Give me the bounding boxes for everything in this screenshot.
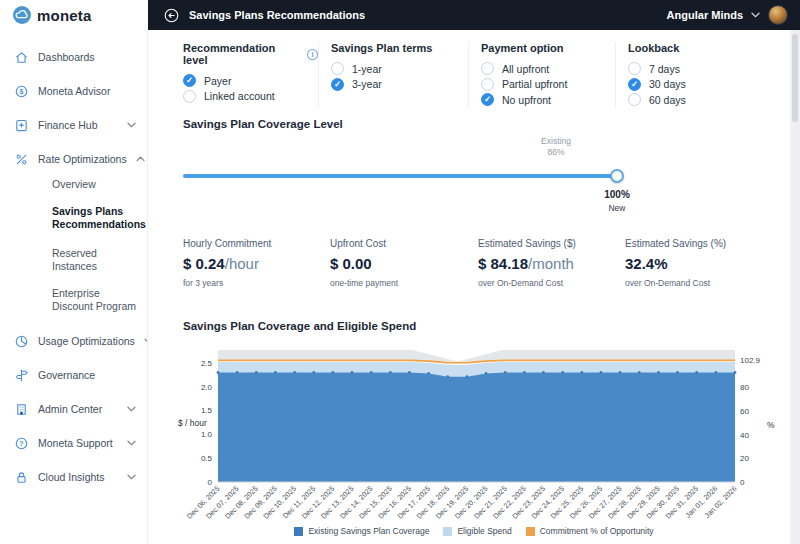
coverage-slider[interactable] [183, 169, 617, 183]
metric-value-number: $ 0.24 [183, 255, 225, 272]
radio-option-60-days[interactable]: 60 days [628, 92, 756, 108]
metric-value-suffix: /month [528, 255, 574, 272]
sidebar-item-cloud-insights[interactable]: Cloud Insights [0, 460, 147, 494]
svg-text:1.0: 1.0 [201, 430, 213, 439]
coverage-section-title: Savings Plan Coverage Level [183, 118, 343, 130]
sidebar-item-moneta-advisor[interactable]: $Moneta Advisor [0, 74, 147, 108]
metric-label: Estimated Savings ($) [478, 238, 625, 249]
sidebar-item-finance-hub[interactable]: Finance Hub [0, 108, 147, 142]
sidebar-subnav: OverviewSavings Plans RecommendationsRes… [0, 178, 147, 324]
existing-value: 86% [526, 147, 586, 158]
page-title: Savings Plans Recommendations [189, 9, 365, 21]
legend-label: Eligible Spend [457, 526, 511, 536]
user-avatar[interactable] [768, 5, 788, 25]
radio-option-3-year[interactable]: 3-year [331, 77, 468, 93]
filter-group-label: Payment option [481, 42, 564, 54]
sidebar-subitem-reserved-instances[interactable]: Reserved Instances [52, 247, 141, 273]
radio-unchecked-icon[interactable] [481, 62, 494, 75]
radio-option-30-days[interactable]: 30 days [628, 77, 756, 93]
sidebar-item-usage-optimizations[interactable]: Usage Optimizations [0, 324, 147, 358]
radio-option-label: All upfront [502, 63, 549, 75]
metric-value: $ 0.24/hour [183, 255, 330, 272]
legend-item-existing-savings-plan-coverage[interactable]: Existing Savings Plan Coverage [294, 526, 429, 536]
radio-unchecked-icon[interactable] [628, 62, 641, 75]
legend-item-eligible-spend[interactable]: Eligible Spend [443, 526, 511, 536]
radio-option-linked-account[interactable]: Linked account [183, 89, 318, 105]
governance-icon [14, 368, 29, 383]
radio-option-1-year[interactable]: 1-year [331, 61, 468, 77]
app-root: moneta Savings Plans Recommendations Ang… [0, 0, 800, 544]
svg-text:0.5: 0.5 [201, 454, 213, 463]
metric-value-suffix: /hour [225, 255, 259, 272]
sidebar-item-dashboards[interactable]: Dashboards [0, 40, 147, 74]
metric-upfront-cost: Upfront Cost$ 0.00one-time payment [330, 238, 478, 288]
new-coverage-marker: 100% New [587, 189, 647, 213]
radio-checked-icon[interactable] [481, 93, 494, 106]
info-icon[interactable]: i [307, 49, 318, 60]
support-icon: ? [14, 436, 29, 451]
metric-value: $ 0.00 [330, 255, 478, 272]
back-button[interactable] [164, 8, 179, 23]
metrics-row: Hourly Commitment$ 0.24/hourfor 3 yearsU… [183, 238, 756, 288]
radio-unchecked-icon[interactable] [628, 93, 641, 106]
radio-option-label: Linked account [204, 90, 275, 102]
sidebar-item-governance[interactable]: Governance [0, 358, 147, 392]
legend-label: Existing Savings Plan Coverage [308, 526, 429, 536]
svg-text:0: 0 [740, 478, 745, 487]
sidebar-subitem-savings-plans-recommendations[interactable]: Savings Plans Recommendations [52, 205, 141, 231]
filter-group-label: Savings Plan terms [331, 42, 433, 54]
radio-unchecked-icon[interactable] [183, 90, 196, 103]
svg-text:$: $ [20, 88, 24, 96]
radio-option-payer[interactable]: Payer [183, 73, 318, 89]
sidebar-subitem-enterprise-discount-program[interactable]: Enterprise Discount Program [52, 287, 141, 313]
radio-checked-icon[interactable] [183, 74, 196, 87]
brand-logo[interactable]: moneta [0, 0, 148, 30]
radio-option-all-upfront[interactable]: All upfront [481, 61, 615, 77]
sidebar-subitem-overview[interactable]: Overview [52, 178, 141, 191]
metric-subtext: one-time payment [330, 278, 478, 288]
coverage-slider-track[interactable] [183, 174, 617, 178]
svg-text:$ / hour: $ / hour [178, 418, 207, 428]
lock-icon [14, 470, 29, 485]
svg-text:?: ? [19, 439, 23, 446]
chevron-down-icon [751, 12, 760, 18]
sidebar-item-moneta-support[interactable]: ?Moneta Support [0, 426, 147, 460]
sidebar-item-admin-center[interactable]: Admin Center [0, 392, 147, 426]
svg-text:102.9: 102.9 [740, 356, 761, 365]
sidebar-item-rate-optimizations[interactable]: Rate Optimizations [0, 142, 147, 176]
radio-checked-icon[interactable] [628, 78, 641, 91]
radio-option-label: 30 days [649, 78, 686, 90]
sidebar-item-label: Cloud Insights [38, 471, 118, 483]
home-icon [14, 50, 29, 65]
chart-legend: Existing Savings Plan CoverageEligible S… [168, 526, 780, 536]
scrollbar-thumb[interactable] [792, 34, 798, 122]
sidebar: Dashboards$Moneta AdvisorFinance HubRate… [0, 30, 148, 544]
metric-value-number: $ 84.18 [478, 255, 528, 272]
svg-text:2.0: 2.0 [201, 383, 213, 392]
radio-option-label: Payer [204, 75, 231, 87]
radio-option-7-days[interactable]: 7 days [628, 61, 756, 77]
radio-unchecked-icon[interactable] [331, 62, 344, 75]
topbar: moneta Savings Plans Recommendations Ang… [0, 0, 800, 30]
coverage-slider-handle[interactable] [610, 169, 624, 183]
sidebar-item-label: Moneta Advisor [38, 85, 136, 97]
filter-group-label: Lookback [628, 42, 679, 54]
main-content: Recommendation leveliPayerLinked account… [148, 30, 800, 544]
radio-option-no-upfront[interactable]: No upfront [481, 92, 615, 108]
sidebar-item-label: Rate Optimizations [38, 153, 127, 165]
radio-unchecked-icon[interactable] [481, 78, 494, 91]
scrollbar-track[interactable] [790, 30, 800, 544]
radio-option-partial-upfront[interactable]: Partial upfront [481, 77, 615, 93]
metric-subtext: over On-Demand Cost [478, 278, 625, 288]
legend-item-commitment-of-opportunity[interactable]: Commitment % of Opportunity [526, 526, 654, 536]
svg-text:1.5: 1.5 [201, 406, 213, 415]
svg-text:40: 40 [740, 431, 749, 440]
metric-value-number: 32.4% [625, 255, 668, 272]
chevron-down-icon [127, 122, 136, 128]
brand-name: moneta [37, 7, 92, 24]
svg-text:%: % [767, 420, 775, 430]
sidebar-item-label: Usage Optimizations [38, 335, 135, 347]
account-menu[interactable]: Angular Minds [667, 5, 788, 25]
radio-checked-icon[interactable] [331, 78, 344, 91]
svg-text:2.5: 2.5 [201, 359, 213, 368]
